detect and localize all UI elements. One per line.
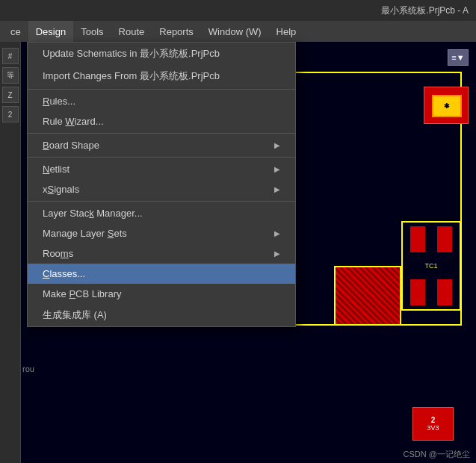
menu-bar: ce Design Tools Route Reports Window (W)… — [0, 21, 476, 42]
menu-item-tools[interactable]: Tools — [73, 21, 111, 42]
arrow-rooms: ▶ — [274, 249, 280, 258]
dropdown-overlay: Update Schematics in 最小系统板.PrjPcb Import… — [0, 42, 476, 463]
title-bar: 最小系统板.PrjPcb - A — [0, 0, 476, 21]
arrow-manage-layer-sets: ▶ — [274, 229, 280, 237]
arrow-xsignals: ▶ — [274, 185, 280, 193]
separator-1 — [28, 89, 295, 90]
menu-board-shape[interactable]: Board Shape ▶ — [28, 135, 295, 155]
menu-rule-wizard[interactable]: Rule Wizard... — [28, 111, 295, 131]
menu-netlist[interactable]: Netlist ▶ — [28, 159, 295, 179]
menu-item-ce[interactable]: ce — [3, 21, 28, 42]
menu-xsignals[interactable]: xSignals ▶ — [28, 179, 295, 199]
menu-item-design[interactable]: Design — [28, 21, 73, 42]
menu-item-route[interactable]: Route — [111, 21, 152, 42]
menu-import-changes[interactable]: Import Changes From 最小系统板.PrjPcb — [28, 65, 295, 87]
menu-rules[interactable]: Rules... — [28, 91, 295, 111]
arrow-board-shape: ▶ — [274, 141, 280, 149]
design-dropdown-menu: Update Schematics in 最小系统板.PrjPcb Import… — [27, 42, 296, 327]
separator-4 — [28, 201, 295, 202]
menu-manage-layer-sets[interactable]: Manage Layer Sets ▶ — [28, 223, 295, 243]
title-text: 最小系统板.PrjPcb - A — [381, 4, 469, 17]
menu-make-pcb-library[interactable]: Make PCB Library — [28, 284, 295, 304]
menu-item-window[interactable]: Window (W) — [201, 21, 269, 42]
menu-rooms[interactable]: Rooms ▶ — [28, 243, 295, 264]
menu-generate-assembly[interactable]: 生成集成库 (A) — [28, 304, 295, 326]
menu-layer-stack-manager[interactable]: Layer Stack Manager... — [28, 203, 295, 223]
arrow-netlist: ▶ — [274, 165, 280, 173]
menu-item-help[interactable]: Help — [269, 21, 304, 42]
menu-item-reports[interactable]: Reports — [152, 21, 201, 42]
separator-3 — [28, 157, 295, 158]
menu-update-schematics[interactable]: Update Schematics in 最小系统板.PrjPcb — [28, 43, 295, 65]
menu-classes[interactable]: Classes... — [28, 264, 295, 284]
separator-2 — [28, 133, 295, 134]
